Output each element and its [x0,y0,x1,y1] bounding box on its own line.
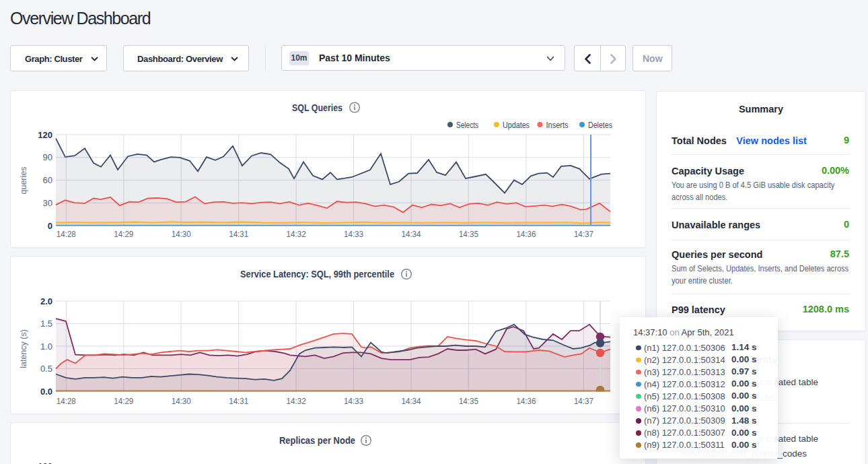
svg-text:14:35: 14:35 [459,396,478,406]
svg-text:0: 0 [48,221,52,231]
svg-text:14:36: 14:36 [516,396,536,406]
svg-text:14:28: 14:28 [57,396,76,406]
svg-text:Service Latency: SQL, 99th per: Service Latency: SQL, 99th percentile [240,269,394,279]
svg-text:14:37: 14:37 [574,396,593,406]
svg-text:14:34: 14:34 [402,396,421,406]
svg-text:90: 90 [43,152,52,162]
svg-text:Selects: Selects [456,121,478,130]
svg-text:SQL Queries: SQL Queries [292,102,342,113]
svg-text:14:31: 14:31 [229,229,248,239]
svg-text:14:33: 14:33 [344,396,363,406]
svg-text:14:34: 14:34 [402,229,421,239]
svg-text:14:35: 14:35 [459,229,478,239]
svg-text:14:31: 14:31 [229,396,248,406]
svg-text:Updates: Updates [503,121,530,130]
svg-text:120: 120 [38,461,52,464]
svg-text:Replicas per Node: Replicas per Node [279,435,355,446]
svg-text:14:32: 14:32 [287,396,306,406]
svg-text:0.5: 0.5 [40,364,52,374]
svg-text:14:37: 14:37 [574,229,593,239]
svg-text:queries: queries [19,167,28,195]
svg-text:14:32: 14:32 [287,229,306,239]
svg-text:14:36: 14:36 [516,229,536,239]
svg-text:14:30: 14:30 [172,396,191,406]
svg-text:60: 60 [43,175,52,185]
svg-text:1.0: 1.0 [40,341,52,352]
svg-text:1.5: 1.5 [40,319,52,329]
svg-text:Deletes: Deletes [588,121,612,130]
svg-text:120: 120 [38,130,52,140]
svg-text:14:29: 14:29 [114,229,133,239]
svg-text:14:28: 14:28 [57,229,76,239]
svg-text:0.0: 0.0 [40,387,52,397]
svg-text:2.0: 2.0 [40,296,52,306]
svg-text:30: 30 [43,198,52,208]
svg-text:14:29: 14:29 [114,396,133,406]
svg-text:latency (s): latency (s) [19,329,28,368]
svg-text:14:30: 14:30 [172,229,191,239]
svg-text:14:33: 14:33 [344,229,363,239]
svg-text:Inserts: Inserts [546,121,569,130]
